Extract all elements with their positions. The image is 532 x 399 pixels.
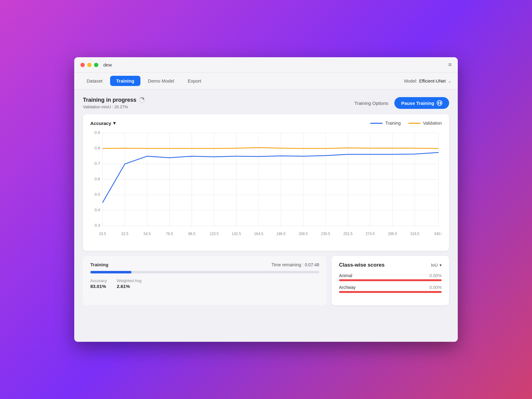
progress-label: Training	[90, 262, 108, 267]
validation-line-icon	[408, 123, 421, 124]
app-title: dew	[103, 62, 112, 67]
scores-header: Class-wise scores IoU ▾	[339, 262, 442, 268]
svg-text:54.5: 54.5	[144, 232, 151, 236]
svg-text:32.5: 32.5	[121, 232, 128, 236]
training-line-icon	[370, 123, 383, 124]
bottom-section: Training Time remaining : 0:07:48 Accura…	[83, 256, 449, 305]
svg-text:120.5: 120.5	[209, 232, 219, 236]
score-name-archway: Archway	[339, 285, 356, 290]
score-bar-fill-archway	[339, 291, 442, 293]
svg-text:0.3: 0.3	[95, 223, 100, 228]
svg-text:340.5: 340.5	[434, 232, 442, 236]
tab-training[interactable]: Training	[110, 76, 140, 86]
chevron-down-icon: ▾	[440, 263, 442, 268]
status-title: Training in progress	[83, 97, 145, 103]
status-subtitle: Validation mIoU : 20.27%	[83, 105, 145, 109]
close-button[interactable]	[80, 63, 85, 67]
accuracy-dropdown-button[interactable]: Accuracy ▾	[90, 120, 116, 126]
time-remaining: Time remaining : 0:07:48	[272, 262, 319, 267]
score-bar-bg-archway	[339, 291, 442, 293]
training-options-button[interactable]: Training Options	[354, 101, 388, 106]
spinner-icon	[139, 97, 145, 103]
scores-title: Class-wise scores	[339, 262, 384, 268]
svg-text:208.5: 208.5	[299, 232, 308, 236]
legend-validation: Validation	[408, 121, 442, 126]
status-right: Training Options Pause Training	[354, 97, 449, 109]
score-bar-bg-animal	[339, 279, 442, 281]
svg-text:0.5: 0.5	[95, 192, 100, 197]
svg-text:230.5: 230.5	[321, 232, 330, 236]
model-label: Model:	[404, 79, 417, 84]
score-bar-fill-animal	[339, 279, 442, 281]
weighted-avg-metric: Weighted Avg 2.61%	[117, 278, 141, 289]
chevron-down-icon: ▾	[113, 120, 116, 126]
svg-text:0.8: 0.8	[95, 146, 100, 150]
pause-icon	[437, 100, 442, 106]
menu-icon[interactable]: ≡	[448, 62, 452, 68]
chart-area: 0.9 0.8 0.7 0.6 0.5 0.4 0.3	[90, 128, 442, 246]
tab-demo-model[interactable]: Demo Model	[142, 76, 180, 86]
weighted-avg-value: 2.61%	[117, 284, 141, 289]
svg-text:0.4: 0.4	[95, 208, 100, 212]
svg-text:186.5: 186.5	[277, 232, 286, 236]
progress-bar-background	[90, 271, 319, 273]
score-row-archway: Archway 0.00%	[339, 285, 442, 293]
pause-bars	[438, 102, 441, 104]
svg-text:0.9: 0.9	[95, 130, 100, 135]
minimize-button[interactable]	[87, 63, 92, 67]
svg-text:142.5: 142.5	[232, 232, 241, 236]
score-row-animal: Animal 0.00%	[339, 273, 442, 281]
svg-text:0.6: 0.6	[95, 177, 100, 181]
progress-bar-fill	[90, 271, 131, 273]
training-progress-card: Training Time remaining : 0:07:48 Accura…	[83, 256, 327, 305]
tab-export[interactable]: Export	[182, 76, 207, 86]
traffic-lights	[80, 63, 98, 67]
status-row: Training in progress Validation mIoU : 2…	[83, 97, 449, 109]
chart-legend: Training Validation	[370, 121, 442, 126]
navbar: Dataset Training Demo Model Export Model…	[74, 73, 458, 89]
svg-text:274.5: 274.5	[366, 232, 375, 236]
scores-card: Class-wise scores IoU ▾ Animal 0.00%	[332, 256, 449, 305]
main-content: Training in progress Validation mIoU : 2…	[74, 89, 458, 342]
svg-text:318.5: 318.5	[410, 232, 419, 236]
svg-text:10.5: 10.5	[99, 232, 106, 236]
legend-training: Training	[370, 121, 401, 126]
titlebar: dew ≡	[74, 57, 458, 73]
svg-text:296.5: 296.5	[388, 232, 397, 236]
score-value-animal: 0.00%	[429, 273, 442, 278]
app-window: dew ≡ Dataset Training Demo Model Export…	[74, 57, 458, 342]
tab-dataset[interactable]: Dataset	[80, 76, 109, 86]
score-value-archway: 0.00%	[429, 285, 442, 290]
chevron-down-icon: ⌄	[448, 78, 452, 84]
scores-metric-selector[interactable]: IoU ▾	[431, 263, 442, 268]
weighted-avg-label: Weighted Avg	[117, 278, 141, 283]
model-selector[interactable]: Model: Efficient-UNet ⌄	[404, 78, 452, 84]
score-row-archway-header: Archway 0.00%	[339, 285, 442, 290]
pause-training-button[interactable]: Pause Training	[394, 97, 449, 109]
svg-text:164.5: 164.5	[254, 232, 263, 236]
svg-text:252.5: 252.5	[343, 232, 353, 236]
accuracy-label: Accuracy	[90, 278, 107, 283]
maximize-button[interactable]	[94, 63, 98, 67]
chart-header: Accuracy ▾ Training Validation	[90, 120, 442, 126]
accuracy-chart: 0.9 0.8 0.7 0.6 0.5 0.4 0.3	[90, 128, 442, 246]
score-row-animal-header: Animal 0.00%	[339, 273, 442, 278]
metrics-row: Accuracy 83.01% Weighted Avg 2.61%	[90, 278, 319, 289]
svg-text:98.5: 98.5	[188, 232, 195, 236]
status-left: Training in progress Validation mIoU : 2…	[83, 97, 145, 109]
svg-text:76.5: 76.5	[166, 232, 173, 236]
accuracy-value: 83.01%	[90, 284, 107, 289]
chart-container: Accuracy ▾ Training Validation	[83, 114, 449, 251]
svg-text:0.7: 0.7	[95, 161, 100, 166]
model-name: Efficient-UNet	[419, 79, 446, 84]
accuracy-metric: Accuracy 83.01%	[90, 278, 107, 289]
progress-header: Training Time remaining : 0:07:48	[90, 262, 319, 267]
score-name-animal: Animal	[339, 273, 352, 278]
